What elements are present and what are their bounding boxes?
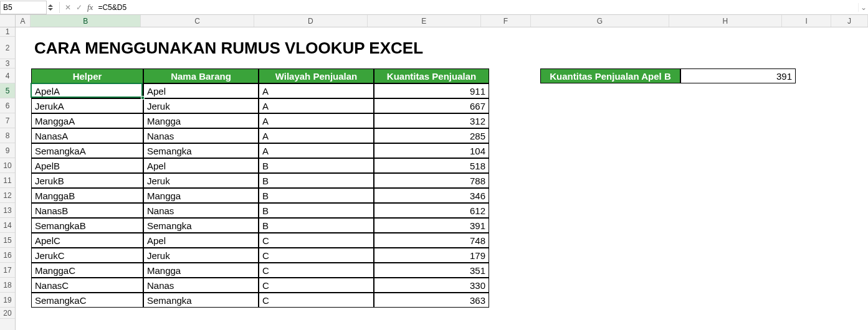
table-cell-r9-c3[interactable]: 391: [374, 218, 489, 233]
table-cell-r9-c0[interactable]: SemangkaB: [31, 218, 143, 233]
table-cell-r11-c1[interactable]: Jeruk: [143, 248, 259, 263]
table-cell-r13-c0[interactable]: NanasC: [31, 278, 143, 293]
table-cell-r7-c0[interactable]: ManggaB: [31, 188, 143, 203]
table-cell-r13-c3[interactable]: 330: [374, 278, 489, 293]
confirm-icon[interactable]: ✓: [74, 3, 85, 12]
row-header-1[interactable]: 1: [0, 27, 15, 37]
table-cell-r2-c3[interactable]: 312: [374, 113, 489, 128]
formula-input[interactable]: [95, 1, 858, 14]
row-header-18[interactable]: 18: [0, 278, 15, 293]
column-header-C[interactable]: C: [141, 15, 254, 27]
table-cell-r6-c0[interactable]: JerukB: [31, 173, 143, 188]
table-cell-r0-c1[interactable]: Apel: [143, 83, 259, 98]
row-header-12[interactable]: 12: [0, 188, 15, 203]
table-cell-r8-c0[interactable]: NanasB: [31, 203, 143, 218]
table-cell-r12-c1[interactable]: Mangga: [143, 263, 259, 278]
table-cell-r2-c2[interactable]: A: [259, 113, 374, 128]
table-cell-r2-c1[interactable]: Mangga: [143, 113, 259, 128]
table-cell-r5-c0[interactable]: ApelB: [31, 158, 143, 173]
table-cell-r2-c0[interactable]: ManggaA: [31, 113, 143, 128]
spinner-up-icon[interactable]: [48, 4, 53, 7]
table-cell-r10-c1[interactable]: Apel: [143, 233, 259, 248]
expand-formula-bar-icon[interactable]: ⌄: [858, 3, 868, 12]
table-cell-r12-c0[interactable]: ManggaC: [31, 263, 143, 278]
page-title[interactable]: CARA MENGGUNAKAN RUMUS VLOOKUP EXCEL: [31, 37, 680, 59]
fx-icon[interactable]: fx: [87, 2, 93, 12]
table-cell-r3-c1[interactable]: Nanas: [143, 128, 259, 143]
table-cell-r5-c3[interactable]: 518: [374, 158, 489, 173]
name-box[interactable]: B5: [0, 1, 47, 14]
row-header-17[interactable]: 17: [0, 263, 15, 278]
table-cell-r3-c0[interactable]: NanasA: [31, 128, 143, 143]
table-cell-r4-c0[interactable]: SemangkaA: [31, 143, 143, 158]
column-header-B[interactable]: B: [31, 15, 141, 27]
table-cell-r3-c2[interactable]: A: [259, 128, 374, 143]
table-cell-r14-c3[interactable]: 363: [374, 293, 489, 308]
select-all-corner[interactable]: [0, 15, 16, 27]
table-header-2[interactable]: Wilayah Penjualan: [259, 68, 374, 83]
table-cell-r10-c2[interactable]: C: [259, 233, 374, 248]
spinner-down-icon[interactable]: [48, 8, 53, 11]
column-header-D[interactable]: D: [254, 15, 368, 27]
table-cell-r3-c3[interactable]: 285: [374, 128, 489, 143]
table-cell-r10-c0[interactable]: ApelC: [31, 233, 143, 248]
table-header-0[interactable]: Helper: [31, 68, 143, 83]
name-box-spinner[interactable]: [48, 4, 53, 11]
row-header-14[interactable]: 14: [0, 218, 15, 233]
table-cell-r0-c3[interactable]: 911: [374, 83, 489, 98]
column-header-A[interactable]: A: [16, 15, 31, 27]
row-header-15[interactable]: 15: [0, 233, 15, 248]
spreadsheet-grid[interactable]: ABCDEFGHIJ 12345678910111213141516171819…: [0, 15, 868, 330]
table-cell-r8-c2[interactable]: B: [259, 203, 374, 218]
row-header-7[interactable]: 7: [0, 113, 15, 128]
table-cell-r5-c2[interactable]: B: [259, 158, 374, 173]
column-header-G[interactable]: G: [531, 15, 669, 27]
table-cell-r13-c1[interactable]: Nanas: [143, 278, 259, 293]
table-cell-r4-c1[interactable]: Semangka: [143, 143, 259, 158]
row-header-11[interactable]: 11: [0, 173, 15, 188]
table-cell-r5-c1[interactable]: Apel: [143, 158, 259, 173]
table-cell-r7-c2[interactable]: B: [259, 188, 374, 203]
column-header-J[interactable]: J: [831, 15, 868, 27]
table-header-1[interactable]: Nama Barang: [143, 68, 259, 83]
row-header-8[interactable]: 8: [0, 128, 15, 143]
table-cell-r4-c3[interactable]: 104: [374, 143, 489, 158]
table-cell-r12-c2[interactable]: C: [259, 263, 374, 278]
row-header-6[interactable]: 6: [0, 98, 15, 113]
table-cell-r14-c1[interactable]: Semangka: [143, 293, 259, 308]
column-header-E[interactable]: E: [368, 15, 481, 27]
row-header-19[interactable]: 19: [0, 293, 15, 308]
fill-handle[interactable]: [141, 96, 145, 100]
table-cell-r0-c0[interactable]: ApelA: [31, 83, 143, 98]
cells-container[interactable]: CARA MENGGUNAKAN RUMUS VLOOKUP EXCELHelp…: [16, 27, 868, 330]
table-cell-r4-c2[interactable]: A: [259, 143, 374, 158]
table-cell-r6-c3[interactable]: 788: [374, 173, 489, 188]
cancel-icon[interactable]: ✕: [62, 3, 74, 12]
row-header-13[interactable]: 13: [0, 203, 15, 218]
row-header-9[interactable]: 9: [0, 143, 15, 158]
row-header-3[interactable]: 3: [0, 59, 15, 68]
table-cell-r13-c2[interactable]: C: [259, 278, 374, 293]
column-header-I[interactable]: I: [782, 15, 831, 27]
table-cell-r11-c0[interactable]: JerukC: [31, 248, 143, 263]
table-cell-r8-c3[interactable]: 612: [374, 203, 489, 218]
row-header-10[interactable]: 10: [0, 158, 15, 173]
table-cell-r6-c1[interactable]: Jeruk: [143, 173, 259, 188]
table-cell-r1-c0[interactable]: JerukA: [31, 98, 143, 113]
lookup-value[interactable]: 391: [680, 68, 796, 83]
row-header-2[interactable]: 2: [0, 37, 15, 59]
table-cell-r1-c3[interactable]: 667: [374, 98, 489, 113]
table-cell-r1-c1[interactable]: Jeruk: [143, 98, 259, 113]
table-cell-r12-c3[interactable]: 351: [374, 263, 489, 278]
table-cell-r11-c2[interactable]: C: [259, 248, 374, 263]
table-cell-r8-c1[interactable]: Nanas: [143, 203, 259, 218]
table-header-3[interactable]: Kuantitas Penjualan: [374, 68, 489, 83]
table-cell-r0-c2[interactable]: A: [259, 83, 374, 98]
row-header-5[interactable]: 5: [0, 83, 15, 98]
column-header-F[interactable]: F: [481, 15, 532, 27]
table-cell-r9-c1[interactable]: Semangka: [143, 218, 259, 233]
row-header-20[interactable]: 20: [0, 308, 15, 319]
table-cell-r11-c3[interactable]: 179: [374, 248, 489, 263]
table-cell-r1-c2[interactable]: A: [259, 98, 374, 113]
table-cell-r7-c3[interactable]: 346: [374, 188, 489, 203]
